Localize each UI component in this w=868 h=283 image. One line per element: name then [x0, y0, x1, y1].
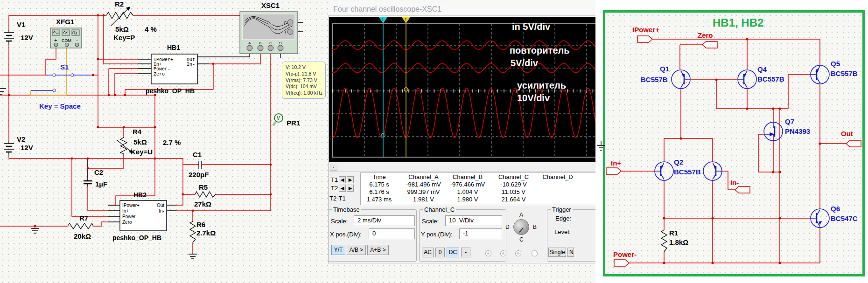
ac-button[interactable]: AC — [422, 248, 434, 257]
r7-ref: R7 — [79, 214, 88, 222]
port-label-power: Power- — [613, 250, 637, 258]
cell-d-t1 — [537, 181, 579, 188]
hb2-pin-inplus: In+ — [122, 208, 129, 214]
hb1-pin-powerminus: Power- — [154, 67, 170, 72]
cell-time-dt: 1.473 ms — [362, 196, 397, 203]
ab-button[interactable]: A/B > — [347, 245, 366, 255]
cell-time-t1: 6.175 s — [362, 181, 397, 188]
r2-key: Key=P — [113, 34, 135, 41]
cell-time-t2: 6.176 s — [362, 188, 397, 196]
cursor2-number: 2 — [405, 18, 406, 21]
col-channel-a: Channel_A -981.496 mV 999.397 mV 1.981 V — [399, 173, 448, 203]
r1-value: 1.8kΩ — [669, 238, 688, 246]
xsc1-term-g: G — [284, 21, 287, 25]
function-generator-xfg1[interactable]: + COM - — [50, 28, 82, 48]
knob-label-d: D — [505, 224, 510, 230]
timebase-scale-field[interactable]: 2 ms/Div — [354, 215, 415, 226]
xsc1-term-a: A — [248, 41, 251, 45]
transistor-q1[interactable] — [672, 70, 690, 89]
hb1-block[interactable]: IPower+ In+ Power- Zero Out In- — [151, 54, 197, 84]
t1-right-button[interactable]: ▶ — [347, 176, 354, 183]
hb2-block[interactable]: IPower+ In+ Power- Zero Out In- — [120, 200, 167, 231]
port-tag-ipower[interactable] — [637, 36, 652, 42]
header-channel-d: Channel_D — [537, 173, 579, 181]
scroll-left-button[interactable]: ‹ — [330, 164, 337, 171]
cell-d-t2 — [537, 188, 579, 196]
switch-contact[interactable] — [53, 89, 56, 92]
q7-ref: Q7 — [785, 117, 794, 125]
yt-button[interactable]: Y/T — [331, 245, 345, 255]
pot-arrow-r2 — [111, 7, 130, 26]
t2-left-button[interactable]: ◀ — [339, 185, 346, 192]
port-tag-zero[interactable] — [702, 41, 717, 48]
col-channel-d: Channel_D — [537, 173, 579, 203]
r4-ref: R4 — [133, 128, 142, 136]
port-tag-inplus[interactable] — [606, 168, 621, 174]
q1-ref: Q1 — [660, 65, 669, 73]
xfg1-plus: + — [54, 37, 57, 43]
t2-right-button[interactable]: ▶ — [347, 185, 354, 192]
aplusb-button[interactable]: A+B > — [367, 245, 389, 255]
header-channel-c: Channel_C — [491, 173, 536, 181]
r2-ref: R2 — [115, 0, 124, 8]
voltage-probe-pr1[interactable]: V — [272, 114, 283, 126]
port-tag-out[interactable] — [846, 140, 861, 147]
c2-ref: C2 — [94, 168, 103, 176]
timebase-scale-label: Scale: — [331, 218, 348, 225]
header-channel-a: Channel_A — [399, 173, 448, 181]
scope-window-title[interactable]: Four channel oscilloscope-XSC1 — [328, 2, 600, 16]
timebase-xpos-field[interactable]: 0 — [369, 228, 415, 239]
port-tag-power[interactable] — [614, 260, 629, 266]
transistor-q4[interactable] — [738, 70, 756, 89]
timebase-xpos-label: X pos.(Div): — [330, 231, 362, 238]
dc-button[interactable]: DC — [447, 248, 459, 257]
hb2-pin-ipower: IPower+ — [122, 203, 140, 208]
transistor-q2a[interactable] — [655, 162, 673, 180]
xfg1-com: COM — [62, 38, 71, 43]
normal-button[interactable]: Nor. — [567, 248, 574, 257]
switch-contact[interactable] — [53, 74, 56, 76]
r6-ref: R6 — [196, 221, 205, 228]
capacitor-plates — [84, 181, 92, 184]
q6-ref: Q6 — [831, 205, 840, 213]
transistor-q2b[interactable] — [703, 162, 722, 180]
subcircuit-title: HB1, HB2 — [713, 16, 763, 29]
r4-key: Key=U — [131, 148, 153, 156]
switch-contact[interactable] — [71, 74, 74, 76]
radio-3[interactable] — [515, 250, 521, 256]
cursor1-number: 1 — [382, 18, 384, 21]
oscilloscope-icon-xsc1[interactable]: A B C D G T — [240, 12, 298, 54]
hb2-ref: HB2 — [133, 191, 147, 199]
probe-vpp: V(p-p): 21.8 V — [286, 71, 325, 77]
col-channel-b: Channel_B -976.466 mV 1.004 V 1.980 V — [444, 173, 491, 203]
channel-c-ypos-field[interactable]: -1 — [459, 228, 502, 239]
channel-c-scale-field[interactable]: 10 V/Div — [445, 215, 502, 226]
scope-scrollbar[interactable] — [329, 163, 599, 172]
transistor-q6[interactable] — [811, 209, 829, 228]
channel-select-knob[interactable] — [513, 219, 529, 235]
sub-wire-set — [621, 39, 846, 263]
zero-button[interactable]: 0 — [435, 248, 445, 257]
trigger-legend: Trigger — [551, 206, 573, 213]
xsc1-term-b: B — [259, 41, 261, 45]
cell-c-t1: -10.629 V — [491, 181, 536, 188]
hb2-pin-inminus: In- — [159, 208, 164, 214]
xfg1-minus: - — [76, 37, 78, 43]
t1-left-button[interactable]: ◀ — [339, 176, 346, 183]
minus-button[interactable]: - — [461, 248, 470, 257]
single-button[interactable]: Single — [548, 248, 566, 257]
c2-value: 1µF — [95, 180, 107, 188]
probe-vrms: V(rms): 7.73 V — [286, 77, 325, 84]
radio-2[interactable] — [500, 250, 506, 256]
trigger-level-label: Level: — [554, 228, 571, 235]
transistor-q5[interactable] — [811, 65, 829, 84]
r4-percent: 2.7 % — [163, 138, 181, 146]
port-tag-inminus[interactable] — [735, 186, 750, 193]
radio-4[interactable] — [532, 250, 538, 256]
v1-ref: V1 — [17, 21, 25, 28]
s1-ref[interactable]: S1 — [60, 63, 69, 71]
port-tags — [606, 36, 861, 266]
radio-1[interactable] — [485, 250, 491, 256]
cell-b-t1: -976.466 mV — [444, 181, 491, 188]
switch-wires[interactable] — [31, 75, 93, 90]
